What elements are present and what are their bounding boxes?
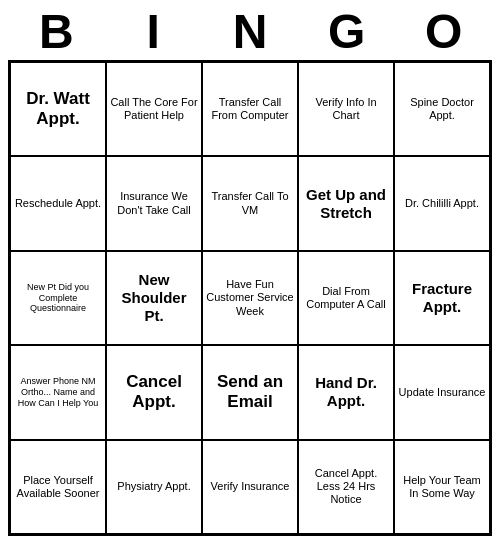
bingo-cell-1: Call The Core For Patient Help <box>106 62 202 156</box>
bingo-cell-5: Reschedule Appt. <box>10 156 106 250</box>
bingo-cell-8: Get Up and Stretch <box>298 156 394 250</box>
bingo-cell-9: Dr. Chililli Appt. <box>394 156 490 250</box>
bingo-title: B I N G O <box>8 8 492 56</box>
bingo-cell-6: Insurance We Don't Take Call <box>106 156 202 250</box>
letter-i: I <box>113 8 193 56</box>
bingo-cell-3: Verify Info In Chart <box>298 62 394 156</box>
bingo-cell-11: New Shoulder Pt. <box>106 251 202 345</box>
bingo-cell-23: Cancel Appt. Less 24 Hrs Notice <box>298 440 394 534</box>
bingo-cell-4: Spine Doctor Appt. <box>394 62 490 156</box>
bingo-cell-21: Physiatry Appt. <box>106 440 202 534</box>
bingo-cell-20: Place Yourself Available Sooner <box>10 440 106 534</box>
bingo-cell-18: Hand Dr. Appt. <box>298 345 394 439</box>
bingo-cell-14: Fracture Appt. <box>394 251 490 345</box>
bingo-grid: Dr. Watt Appt.Call The Core For Patient … <box>8 60 492 536</box>
bingo-cell-17: Send an Email <box>202 345 298 439</box>
bingo-cell-16: Cancel Appt. <box>106 345 202 439</box>
letter-b: B <box>16 8 96 56</box>
bingo-cell-12: Have Fun Customer Service Week <box>202 251 298 345</box>
bingo-cell-22: Verify Insurance <box>202 440 298 534</box>
bingo-cell-7: Transfer Call To VM <box>202 156 298 250</box>
bingo-cell-19: Update Insurance <box>394 345 490 439</box>
bingo-cell-0: Dr. Watt Appt. <box>10 62 106 156</box>
bingo-cell-24: Help Your Team In Some Way <box>394 440 490 534</box>
bingo-cell-10: New Pt Did you Complete Questionnaire <box>10 251 106 345</box>
bingo-cell-15: Answer Phone NM Ortho... Name and How Ca… <box>10 345 106 439</box>
letter-o: O <box>404 8 484 56</box>
letter-g: G <box>307 8 387 56</box>
letter-n: N <box>210 8 290 56</box>
bingo-cell-2: Transfer Call From Computer <box>202 62 298 156</box>
bingo-cell-13: Dial From Computer A Call <box>298 251 394 345</box>
